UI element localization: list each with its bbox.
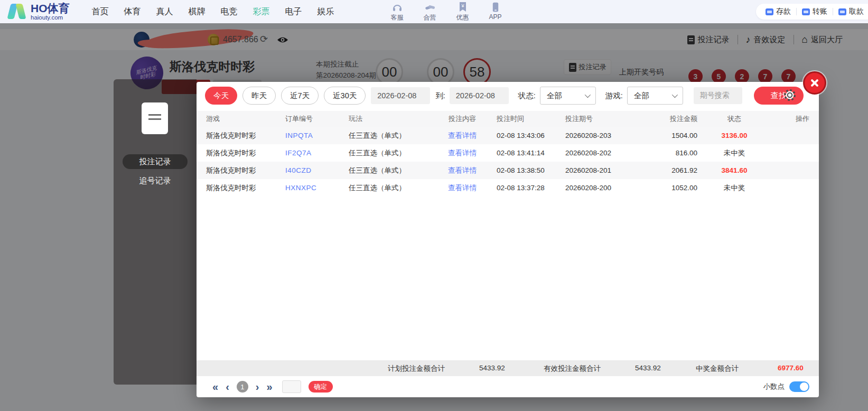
nav-item-lottery[interactable]: 彩票 xyxy=(253,6,270,17)
nav-item-sports[interactable]: 体育 xyxy=(124,6,141,17)
modal-sidebar: 投注记录 追号记录 xyxy=(114,79,197,385)
filter-today-button[interactable]: 今天 xyxy=(205,87,237,105)
date-to-input[interactable]: 2026-02-08 xyxy=(450,87,509,104)
table-body: 斯洛伐克时时彩 INPQTA 任三直选（单式） 查看详情 02-08 13:43… xyxy=(197,127,819,197)
status-value: 3841.60 xyxy=(722,166,748,174)
decimal-toggle[interactable] xyxy=(789,381,809,392)
order-code-link[interactable]: HXNXPC xyxy=(285,184,316,192)
table-row: 斯洛伐克时时彩 HXNXPC 任三直选（单式） 查看详情 02-08 13:37… xyxy=(197,179,819,197)
game-select[interactable]: 全部 xyxy=(627,87,683,105)
withdraw-icon xyxy=(838,8,846,15)
chevron-down-icon xyxy=(672,92,678,98)
date-from-input[interactable]: 2026-02-08 xyxy=(371,87,430,104)
current-page-badge: 1 xyxy=(237,381,248,393)
period-search-input[interactable]: 期号搜索 xyxy=(694,87,742,104)
pagination-bar: « ‹ 1 › » 确定 小数点 xyxy=(197,376,819,397)
filter-30days-button[interactable]: 近30天 xyxy=(324,87,366,105)
win-total-label: 中奖金额合计 xyxy=(696,364,739,373)
page: HO体育 haiouty.com 首页 体育 真人 棋牌 电竞 彩票 电子 娱乐… xyxy=(0,0,868,411)
app-button[interactable]: APP xyxy=(483,2,508,22)
order-code-link[interactable]: INPQTA xyxy=(285,132,313,139)
status-select[interactable]: 全部 xyxy=(540,87,596,105)
filter-7days-button[interactable]: 近7天 xyxy=(281,87,319,105)
nav-item-slots[interactable]: 电子 xyxy=(285,6,302,17)
brand-domain: haiouty.com xyxy=(31,14,70,21)
table-row: 斯洛伐克时时彩 INPQTA 任三直选（单式） 查看详情 02-08 13:43… xyxy=(197,127,819,144)
order-code-link[interactable]: I40CZD xyxy=(285,166,312,174)
confirm-button[interactable]: 确定 xyxy=(309,381,333,393)
win-total-value: 6977.60 xyxy=(778,364,804,372)
promo-button[interactable]: ¥ 优惠 xyxy=(451,2,475,22)
view-details-link[interactable]: 查看详情 xyxy=(448,132,477,139)
logo-icon xyxy=(7,3,26,21)
transfer-icon xyxy=(802,8,810,15)
top-navbar: HO体育 haiouty.com 首页 体育 真人 棋牌 电竞 彩票 电子 娱乐… xyxy=(0,0,868,23)
status-value: 未中奖 xyxy=(724,149,745,157)
handshake-icon xyxy=(418,2,442,12)
first-page-icon[interactable]: « xyxy=(212,381,218,392)
decimal-label: 小数点 xyxy=(763,382,785,391)
summary-bar: 计划投注金额合计 5433.92 有效投注金额合计 5433.92 中奖金额合计… xyxy=(197,360,819,376)
nav-item-esports[interactable]: 电竞 xyxy=(221,6,238,17)
view-details-link[interactable]: 查看详情 xyxy=(448,184,477,192)
close-icon[interactable] xyxy=(803,71,826,95)
valid-total-label: 有效投注金额合计 xyxy=(544,364,601,373)
sidebar-item-chase-records[interactable]: 追号记录 xyxy=(123,173,188,188)
to-label: 到: xyxy=(435,91,445,101)
planned-total-value: 5433.92 xyxy=(479,364,505,372)
table-row: 斯洛伐克时时彩 I40CZD 任三直选（单式） 查看详情 02-08 13:38… xyxy=(197,162,819,179)
status-value: 未中奖 xyxy=(724,184,745,192)
nav-item-cards[interactable]: 棋牌 xyxy=(189,6,206,17)
partner-button[interactable]: 合营 xyxy=(418,2,442,22)
prev-page-icon[interactable]: ‹ xyxy=(226,381,229,392)
chevron-down-icon xyxy=(585,92,591,98)
nav-item-live[interactable]: 真人 xyxy=(156,6,173,17)
coupon-icon: ¥ xyxy=(451,2,475,12)
phone-icon xyxy=(483,2,508,12)
wallet-bar: 存款 转账 取款 xyxy=(756,4,868,20)
main-nav: 首页 体育 真人 棋牌 电竞 彩票 电子 娱乐 xyxy=(92,6,334,17)
gear-icon[interactable] xyxy=(782,87,798,103)
nav-item-home[interactable]: 首页 xyxy=(92,6,109,17)
divider xyxy=(833,8,833,15)
document-icon xyxy=(142,102,168,134)
svg-text:¥: ¥ xyxy=(461,3,464,8)
last-page-icon[interactable]: » xyxy=(266,381,272,392)
brand-name: HO体育 xyxy=(31,3,70,14)
filter-yesterday-button[interactable]: 昨天 xyxy=(242,87,276,105)
next-page-icon[interactable]: › xyxy=(256,381,259,392)
withdraw-button[interactable]: 取款 xyxy=(838,7,864,16)
transfer-button[interactable]: 转账 xyxy=(802,7,827,16)
service-button[interactable]: 客服 xyxy=(385,2,409,22)
order-code-link[interactable]: IF2Q7A xyxy=(285,149,312,157)
page-jump-input[interactable] xyxy=(282,380,301,393)
sidebar-item-bet-records[interactable]: 投注记录 xyxy=(123,154,188,169)
nav-item-entertainment[interactable]: 娱乐 xyxy=(318,6,334,17)
status-label: 状态: xyxy=(518,91,536,101)
deposit-icon xyxy=(766,8,773,15)
valid-total-value: 5433.92 xyxy=(635,364,661,372)
headset-icon xyxy=(385,2,409,12)
divider xyxy=(796,8,797,15)
filter-bar: 今天 昨天 近7天 近30天 2026-02-08 到: 2026-02-08 … xyxy=(205,87,804,105)
status-value: 3136.00 xyxy=(722,132,748,139)
table-header: 游戏 订单编号 玩法 投注内容 投注时间 投注期号 投注金额 状态 操作 xyxy=(197,111,819,127)
game-label: 游戏: xyxy=(605,91,623,101)
table-row: 斯洛伐克时时彩 IF2Q7A 任三直选（单式） 查看详情 02-08 13:41… xyxy=(197,144,819,162)
planned-total-label: 计划投注金额合计 xyxy=(388,364,445,373)
view-details-link[interactable]: 查看详情 xyxy=(448,149,477,157)
deposit-button[interactable]: 存款 xyxy=(766,7,791,16)
view-details-link[interactable]: 查看详情 xyxy=(448,166,477,174)
brand-logo[interactable]: HO体育 haiouty.com xyxy=(7,3,70,21)
bet-records-modal: 今天 昨天 近7天 近30天 2026-02-08 到: 2026-02-08 … xyxy=(197,82,819,397)
quick-menu: 客服 合营 ¥ 优惠 APP xyxy=(385,2,508,22)
